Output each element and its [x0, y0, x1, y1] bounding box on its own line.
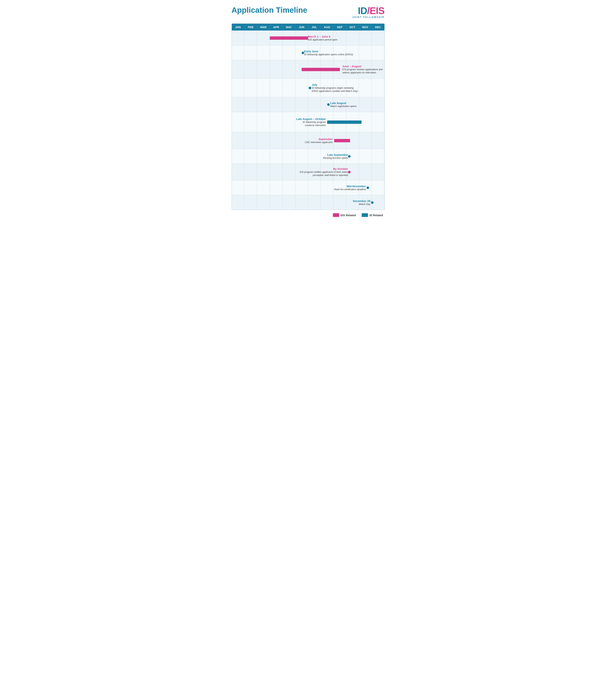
page-header: Application Timeline ID/EIS JOINT FELLOW… [232, 6, 384, 18]
month-cell-feb: FEB [244, 24, 257, 31]
event-title: July [312, 83, 358, 86]
event-desc: Ranking function opens [323, 156, 348, 159]
event-desc: Match Day [353, 202, 370, 206]
event-bar-late-aug-oct [327, 120, 361, 124]
event-dot-late-august [327, 103, 330, 106]
event-text-mid-november: Mid-NovemberRank list certification dead… [334, 184, 366, 191]
event-dot-mid-november [366, 186, 369, 189]
row-overlay: Mid-NovemberRank list certification dead… [232, 180, 384, 195]
event-text-june-august: June – AugustEIS program reviews applica… [342, 64, 382, 74]
logo-id: ID [358, 5, 367, 16]
month-cell-apr: APR [270, 24, 283, 31]
event-desc: ID fellowship program conducts interview… [296, 120, 326, 127]
month-cell-oct: OCT [346, 24, 359, 31]
timeline-row-mid-november: Mid-NovemberRank list certification dead… [232, 180, 384, 195]
month-cell-nov: NOV [359, 24, 372, 31]
month-cell-sep: SEP [333, 24, 346, 31]
logo-sub: JOINT FELLOWSHIP [352, 16, 384, 18]
row-overlay: Early JuneID fellowship application open… [232, 45, 384, 60]
event-dot-early-june [302, 52, 304, 54]
event-title: June – August [342, 64, 382, 67]
event-text-late-sept: Late SeptemberRanking function opens [323, 153, 348, 159]
row-overlay: June – AugustEIS program reviews applica… [232, 60, 384, 79]
logo-eis: EIS [370, 5, 384, 16]
row-overlay: SeptemberCDC interviews applicants [232, 132, 384, 149]
month-cell-dec: DEC [372, 24, 384, 31]
legend-eis-label: EIS Related [341, 214, 356, 217]
timeline-row-late-aug-oct: Late August – OctoberID fellowship progr… [232, 112, 384, 132]
event-desc: CDC interviews applicants [305, 140, 333, 144]
timeline-container: JANFEBMARAPRMAYJUNJULAUGSEPOCTNOVDEC Mar… [232, 23, 384, 210]
row-overlay: By OctoberEIS program notifies applicant… [232, 164, 384, 180]
event-dot-by-october [348, 171, 351, 173]
event-desc: Match registration opens [330, 104, 357, 108]
timeline-row-early-june: Early JuneID fellowship application open… [232, 45, 384, 60]
event-title: November 29 [353, 199, 370, 202]
legend-eis-swatch [333, 213, 339, 217]
timeline-row-eis-open: March 1 – June 5EIS application period o… [232, 31, 384, 45]
logo-slash: / [367, 5, 370, 16]
month-cell-jun: JUN [295, 24, 308, 31]
timeline-row-june-august: June – AugustEIS program reviews applica… [232, 60, 384, 79]
legend-eis: EIS Related [333, 213, 356, 217]
event-title: By October [300, 167, 348, 170]
event-desc: EIS program notifies applicants of their… [300, 170, 348, 177]
timeline-row-late-august: Late AugustMatch registration opens [232, 97, 384, 112]
event-title: Late September [323, 153, 348, 156]
event-dot-late-sept [348, 155, 351, 158]
month-cell-jan: JAN [232, 24, 244, 31]
event-bar-september [334, 139, 350, 142]
legend-id-swatch [362, 213, 368, 217]
event-title: Mid-November [334, 184, 366, 187]
logo-main: ID/EIS [352, 6, 384, 16]
event-dot-nov29 [371, 201, 374, 204]
event-desc: EIS program reviews applications and sel… [342, 67, 382, 74]
event-text-july: JulyID fellowship programs begin reviewi… [312, 83, 358, 93]
event-text-eis-open: March 1 – June 5EIS application period o… [308, 35, 337, 41]
row-overlay: March 1 – June 5EIS application period o… [232, 31, 384, 45]
legend-id-label: ID Related [370, 214, 383, 217]
event-desc: ID fellowship application opens online (… [304, 53, 353, 56]
event-title: Late August [330, 101, 357, 104]
event-title: September [305, 137, 333, 140]
event-bar-eis-open [270, 36, 308, 40]
event-text-by-october: By OctoberEIS program notifies applicant… [300, 167, 348, 177]
month-header: JANFEBMARAPRMAYJUNJULAUGSEPOCTNOVDEC [232, 24, 384, 31]
legend: EIS Related ID Related [232, 213, 384, 217]
event-desc: EIS application period open [308, 38, 337, 41]
row-overlay: Late August – OctoberID fellowship progr… [232, 112, 384, 132]
event-desc: Rank list certification deadline [334, 187, 366, 191]
event-text-early-june: Early JuneID fellowship application open… [304, 50, 353, 56]
event-title: Early June [304, 50, 353, 53]
timeline-row-september: SeptemberCDC interviews applicants [232, 132, 384, 149]
month-cell-aug: AUG [321, 24, 333, 31]
row-overlay: Late AugustMatch registration opens [232, 97, 384, 112]
event-bar-june-august [302, 68, 340, 71]
month-cell-may: MAY [283, 24, 295, 31]
page-title: Application Timeline [232, 6, 307, 15]
event-text-nov29: November 29Match Day [353, 199, 370, 206]
row-overlay: Late SeptemberRanking function opens [232, 149, 384, 163]
month-cell-mar: MAR [257, 24, 270, 31]
event-text-late-aug-oct: Late August – OctoberID fellowship progr… [296, 117, 326, 127]
event-text-late-august: Late AugustMatch registration opens [330, 101, 357, 108]
month-cell-jul: JUL [308, 24, 321, 31]
timeline-row-july: JulyID fellowship programs begin reviewi… [232, 79, 384, 97]
event-dot-july [309, 87, 311, 89]
logo: ID/EIS JOINT FELLOWSHIP [352, 6, 384, 18]
event-title: Late August – October [296, 117, 326, 120]
event-text-september: SeptemberCDC interviews applicants [305, 137, 333, 144]
timeline-row-late-sept: Late SeptemberRanking function opens [232, 149, 384, 163]
legend-id: ID Related [362, 213, 383, 217]
row-overlay: JulyID fellowship programs begin reviewi… [232, 79, 384, 97]
timeline-row-by-october: By OctoberEIS program notifies applicant… [232, 163, 384, 180]
timeline-row-nov29: November 29Match Day [232, 195, 384, 210]
event-desc: ID fellowship programs begin reviewing E… [312, 86, 358, 93]
event-title: March 1 – June 5 [308, 35, 337, 38]
row-overlay: November 29Match Day [232, 195, 384, 210]
